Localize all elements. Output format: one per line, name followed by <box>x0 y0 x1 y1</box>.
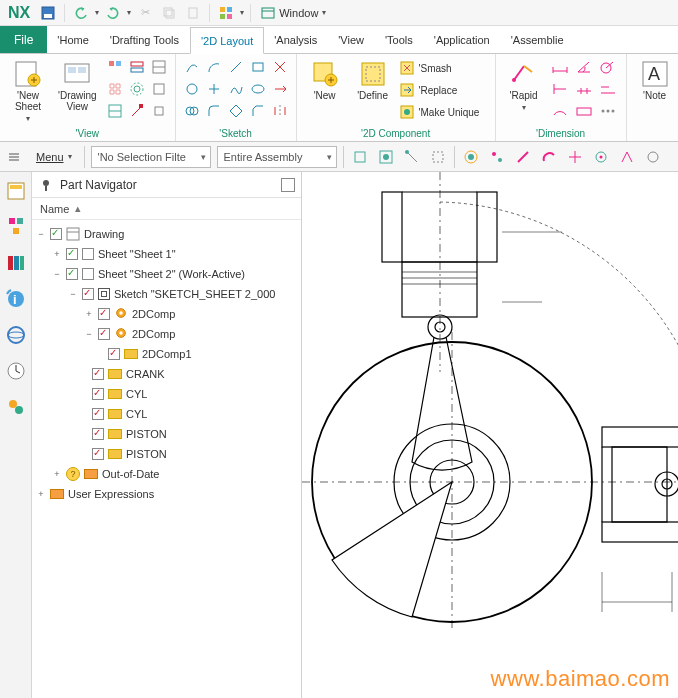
collapse-icon[interactable]: − <box>68 289 78 299</box>
view-tool-icon[interactable] <box>105 102 125 120</box>
checkbox-icon[interactable] <box>98 308 110 320</box>
tab-2d-layout[interactable]: '2D Layout <box>190 27 264 54</box>
view-tool-icon[interactable] <box>149 80 169 98</box>
checkbox-icon[interactable] <box>92 428 104 440</box>
tree-node-piston2[interactable]: PISTON <box>36 444 297 464</box>
drawing-canvas[interactable]: www.baimao.com <box>302 172 678 698</box>
window-menu[interactable]: Window ▾ <box>257 6 330 20</box>
note-button[interactable]: A 'Note <box>633 58 677 103</box>
component-smash-button[interactable]: 'Smash <box>399 58 489 78</box>
save-icon[interactable] <box>38 3 58 23</box>
sketch-offset-icon[interactable] <box>182 102 202 120</box>
dim-linear-icon[interactable] <box>550 58 570 76</box>
sketch-rect-icon[interactable] <box>248 58 268 76</box>
sketch-line2-icon[interactable] <box>226 58 246 76</box>
view-tool-icon[interactable] <box>105 80 125 98</box>
tree-node-sheet1[interactable]: + Sheet "Sheet 1" <box>36 244 297 264</box>
view-tool-icon[interactable] <box>149 102 169 120</box>
navigator-columns[interactable]: Name ▴ <box>32 198 301 220</box>
checkbox-icon[interactable] <box>92 388 104 400</box>
rapid-dimension-button[interactable]: 'Rapid ▾ <box>502 58 546 114</box>
sketch-poly-icon[interactable] <box>226 102 246 120</box>
copy-icon[interactable] <box>159 3 179 23</box>
dim-more-icon[interactable] <box>598 102 618 120</box>
collapse-icon[interactable]: − <box>52 269 62 279</box>
checkbox-icon[interactable] <box>82 288 94 300</box>
rail-roles-icon[interactable] <box>5 396 27 418</box>
tab-assemblies[interactable]: 'Assemblie <box>501 26 575 53</box>
dim-angular-icon[interactable] <box>574 58 594 76</box>
expand-icon[interactable]: + <box>36 489 46 499</box>
sel-tool-icon[interactable] <box>376 147 396 167</box>
expand-icon[interactable]: + <box>52 469 62 479</box>
component-replace-button[interactable]: 'Replace <box>399 80 489 100</box>
tab-file[interactable]: File <box>0 26 47 53</box>
pin-icon[interactable] <box>38 177 54 193</box>
sketch-ellipse-icon[interactable] <box>248 80 268 98</box>
selection-filter-dropdown[interactable]: 'No Selection Filte <box>91 146 211 168</box>
sketch-fillet-icon[interactable] <box>204 102 224 120</box>
sketch-circle-icon[interactable] <box>182 80 202 98</box>
tab-application[interactable]: 'Application <box>424 26 501 53</box>
dim-arc-icon[interactable] <box>550 102 570 120</box>
view-tool-icon[interactable] <box>127 80 147 98</box>
sketch-extend-icon[interactable] <box>270 80 290 98</box>
maximize-icon[interactable] <box>281 178 295 192</box>
new-sheet-button[interactable]: 'New Sheet ▾ <box>6 58 50 125</box>
snap-tool-icon[interactable] <box>461 147 481 167</box>
checkbox-icon[interactable] <box>108 348 120 360</box>
sketch-spline-icon[interactable] <box>226 80 246 98</box>
view-tool-icon[interactable] <box>127 102 147 120</box>
dim-baseline-icon[interactable] <box>598 80 618 98</box>
sketch-point-icon[interactable] <box>204 80 224 98</box>
tree-node-cyl[interactable]: CYL <box>36 384 297 404</box>
paste-icon[interactable] <box>183 3 203 23</box>
tab-drafting-tools[interactable]: 'Drafting Tools <box>100 26 190 53</box>
sel-tool-icon[interactable] <box>428 147 448 167</box>
assembly-scope-dropdown[interactable]: Entire Assembly <box>217 146 337 168</box>
checkbox-icon[interactable] <box>92 408 104 420</box>
tree-node-sheet2[interactable]: − Sheet "Sheet 2" (Work-Active) <box>36 264 297 284</box>
rail-history-icon[interactable] <box>5 252 27 274</box>
view-tool-icon[interactable] <box>105 58 125 76</box>
view-tool-icon[interactable] <box>127 58 147 76</box>
rail-clock-icon[interactable] <box>5 360 27 382</box>
snap-tool-icon[interactable] <box>539 147 559 167</box>
component-new-button[interactable]: 'New <box>303 58 347 103</box>
tab-tools[interactable]: 'Tools <box>375 26 424 53</box>
sketch-chamfer-icon[interactable] <box>248 102 268 120</box>
tree-node-sketch[interactable]: − Sketch "SKETCH_SHEET 2_000 <box>36 284 297 304</box>
collapse-icon[interactable]: − <box>84 329 94 339</box>
checkbox-icon[interactable] <box>92 368 104 380</box>
tree-node-2dcomp1[interactable]: 2DComp1 <box>36 344 297 364</box>
checkbox-icon[interactable] <box>98 328 110 340</box>
component-make-unique-button[interactable]: 'Make Unique <box>399 102 489 122</box>
undo-icon[interactable] <box>71 3 91 23</box>
dim-chain-icon[interactable] <box>574 80 594 98</box>
dim-ord-icon[interactable] <box>550 80 570 98</box>
tab-analysis[interactable]: 'Analysis <box>264 26 328 53</box>
snap-tool-icon[interactable] <box>617 147 637 167</box>
rail-browser-icon[interactable] <box>5 324 27 346</box>
undo-dropdown-icon[interactable]: ▾ <box>95 8 99 17</box>
checkbox-icon[interactable] <box>50 228 62 240</box>
sel-tool-icon[interactable] <box>402 147 422 167</box>
snap-tool-icon[interactable] <box>513 147 533 167</box>
sketch-mirror-icon[interactable] <box>270 102 290 120</box>
tree-node-2dcomp[interactable]: + 2DComp <box>36 304 297 324</box>
grid-dropdown-icon[interactable]: ▾ <box>240 8 244 17</box>
tab-home[interactable]: 'Home <box>47 26 99 53</box>
menu-toggle-icon[interactable] <box>4 147 24 167</box>
sketch-trim-icon[interactable] <box>270 58 290 76</box>
rail-info-icon[interactable]: i <box>5 288 27 310</box>
dim-tol-icon[interactable] <box>574 102 594 120</box>
tree-node-cyl2[interactable]: CYL <box>36 404 297 424</box>
checkbox-icon[interactable] <box>66 248 78 260</box>
snap-tool-icon[interactable] <box>591 147 611 167</box>
component-define-button[interactable]: 'Define <box>351 58 395 103</box>
snap-tool-icon[interactable] <box>487 147 507 167</box>
tree-node-piston[interactable]: PISTON <box>36 424 297 444</box>
redo-dropdown-icon[interactable]: ▾ <box>127 8 131 17</box>
expand-icon[interactable]: + <box>84 309 94 319</box>
checkbox-icon[interactable] <box>92 448 104 460</box>
